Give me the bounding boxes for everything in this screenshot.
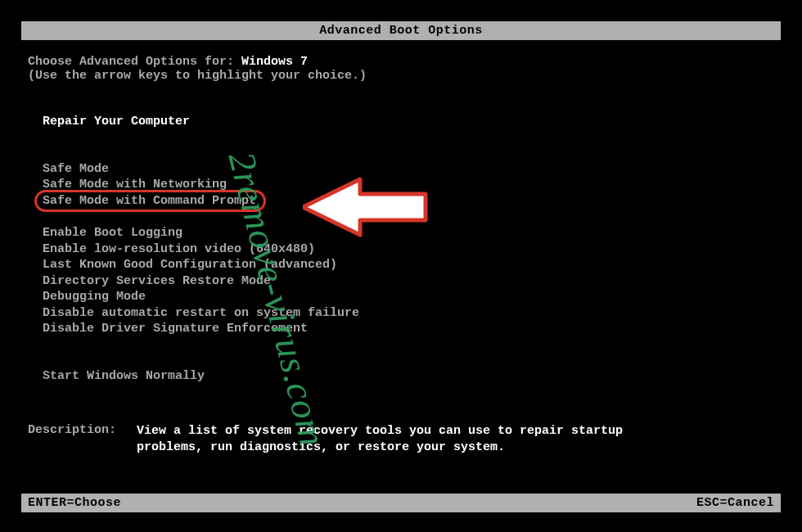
menu-item-last-known-good[interactable]: Last Known Good Configuration (advanced) — [41, 257, 339, 273]
menu-item-disable-driver-sig[interactable]: Disable Driver Signature Enforcement — [41, 321, 309, 337]
menu-item-safe-mode-networking[interactable]: Safe Mode with Networking — [41, 177, 228, 193]
menu-item-safe-mode-cmd[interactable]: Safe Mode with Command Prompt — [41, 193, 258, 210]
menu-item-repair[interactable]: Repair Your Computer — [41, 114, 191, 130]
title-bar: Advanced Boot Options — [21, 21, 781, 40]
menu-item-debugging[interactable]: Debugging Mode — [41, 289, 147, 305]
boot-menu-content: Choose Advanced Options for: Windows 7 (… — [0, 40, 802, 455]
description-text: View a list of system recovery tools you… — [137, 423, 660, 455]
os-name: Windows 7 — [241, 55, 308, 69]
menu-item-disable-auto-restart[interactable]: Disable automatic restart on system fail… — [41, 305, 361, 322]
menu-item-safe-mode[interactable]: Safe Mode — [41, 161, 110, 178]
intro-prefix: Choose Advanced Options for: — [28, 55, 241, 69]
footer-esc: ESC=Cancel — [696, 496, 774, 510]
menu-item-ds-restore[interactable]: Directory Services Restore Mode — [41, 273, 273, 290]
menu-item-boot-logging[interactable]: Enable Boot Logging — [41, 225, 184, 241]
menu-group-normal: Start Windows Normally — [41, 368, 781, 385]
menu-group-safe-mode: Safe Mode Safe Mode with Networking Safe… — [41, 161, 781, 210]
footer-bar: ENTER=Choose ESC=Cancel — [21, 494, 781, 512]
footer-enter: ENTER=Choose — [28, 496, 121, 510]
title-text: Advanced Boot Options — [319, 24, 483, 38]
menu-item-start-normally[interactable]: Start Windows Normally — [41, 368, 206, 385]
description-block: Description: View a list of system recov… — [28, 423, 781, 455]
menu-item-low-res[interactable]: Enable low-resolution video (640x480) — [41, 241, 317, 258]
menu-group-advanced: Enable Boot Logging Enable low-resolutio… — [41, 225, 781, 337]
intro-line: Choose Advanced Options for: Windows 7 — [28, 55, 781, 69]
navigation-hint: (Use the arrow keys to highlight your ch… — [28, 69, 781, 83]
annotation-highlight-box: Safe Mode with Command Prompt — [41, 193, 258, 210]
menu-group-repair: Repair Your Computer — [41, 114, 781, 130]
description-label: Description: — [28, 423, 129, 437]
